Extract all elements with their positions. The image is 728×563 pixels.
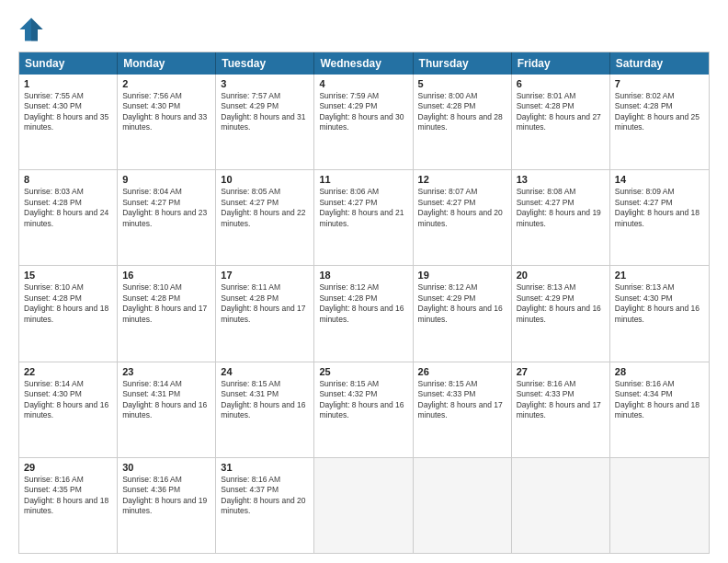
- calendar-cell: [314, 458, 413, 553]
- calendar-cell: 13Sunrise: 8:08 AMSunset: 4:27 PMDayligh…: [512, 170, 610, 265]
- calendar-cell: 9Sunrise: 8:04 AMSunset: 4:27 PMDaylight…: [118, 170, 216, 265]
- cell-info: Sunrise: 8:15 AMSunset: 4:31 PMDaylight:…: [221, 379, 309, 421]
- day-number: 16: [122, 270, 210, 281]
- day-number: 21: [615, 270, 704, 281]
- cell-info: Sunrise: 8:12 AMSunset: 4:29 PMDaylight:…: [418, 282, 506, 325]
- calendar-cell: [414, 458, 512, 553]
- day-of-week-header: Friday: [512, 52, 610, 75]
- calendar-cell: 11Sunrise: 8:06 AMSunset: 4:27 PMDayligh…: [314, 170, 413, 265]
- calendar-cell: 4Sunrise: 7:59 AMSunset: 4:29 PMDaylight…: [314, 75, 413, 169]
- day-number: 31: [221, 462, 309, 473]
- calendar-cell: 31Sunrise: 8:16 AMSunset: 4:37 PMDayligh…: [216, 458, 314, 553]
- calendar-cell: 16Sunrise: 8:10 AMSunset: 4:28 PMDayligh…: [118, 266, 216, 361]
- calendar-cell: 8Sunrise: 8:03 AMSunset: 4:28 PMDaylight…: [19, 170, 118, 265]
- day-number: 1: [24, 78, 112, 89]
- calendar-cell: 18Sunrise: 8:12 AMSunset: 4:28 PMDayligh…: [314, 266, 413, 361]
- day-number: 28: [615, 366, 704, 377]
- calendar: SundayMondayTuesdayWednesdayThursdayFrid…: [18, 52, 710, 554]
- day-number: 6: [517, 78, 605, 89]
- day-number: 17: [221, 270, 309, 281]
- calendar-cell: 29Sunrise: 8:16 AMSunset: 4:35 PMDayligh…: [19, 458, 118, 553]
- cell-info: Sunrise: 8:16 AMSunset: 4:34 PMDaylight:…: [615, 379, 704, 421]
- calendar-cell: 20Sunrise: 8:13 AMSunset: 4:29 PMDayligh…: [512, 266, 610, 361]
- cell-info: Sunrise: 8:15 AMSunset: 4:33 PMDaylight:…: [418, 379, 506, 421]
- day-of-week-header: Saturday: [610, 52, 709, 75]
- cell-info: Sunrise: 8:15 AMSunset: 4:32 PMDaylight:…: [319, 379, 407, 421]
- cell-info: Sunrise: 8:16 AMSunset: 4:33 PMDaylight:…: [517, 379, 605, 421]
- calendar-cell: 15Sunrise: 8:10 AMSunset: 4:28 PMDayligh…: [19, 266, 118, 361]
- day-number: 27: [517, 366, 605, 377]
- cell-info: Sunrise: 8:05 AMSunset: 4:27 PMDaylight:…: [221, 187, 309, 229]
- calendar-cell: 26Sunrise: 8:15 AMSunset: 4:33 PMDayligh…: [414, 362, 512, 457]
- cell-info: Sunrise: 7:59 AMSunset: 4:29 PMDaylight:…: [319, 91, 407, 133]
- day-number: 4: [319, 78, 407, 89]
- cell-info: Sunrise: 7:55 AMSunset: 4:30 PMDaylight:…: [24, 91, 112, 133]
- day-number: 19: [418, 270, 506, 281]
- calendar-cell: 27Sunrise: 8:16 AMSunset: 4:33 PMDayligh…: [512, 362, 610, 457]
- cell-info: Sunrise: 8:13 AMSunset: 4:29 PMDaylight:…: [517, 282, 605, 325]
- calendar-cell: 23Sunrise: 8:14 AMSunset: 4:31 PMDayligh…: [118, 362, 216, 457]
- calendar-cell: 7Sunrise: 8:02 AMSunset: 4:28 PMDaylight…: [610, 75, 709, 169]
- calendar-cell: 22Sunrise: 8:14 AMSunset: 4:30 PMDayligh…: [19, 362, 118, 457]
- page: SundayMondayTuesdayWednesdayThursdayFrid…: [0, 0, 728, 563]
- calendar-week-row: 29Sunrise: 8:16 AMSunset: 4:35 PMDayligh…: [19, 457, 709, 553]
- calendar-cell: 21Sunrise: 8:13 AMSunset: 4:30 PMDayligh…: [610, 266, 709, 361]
- calendar-cell: 3Sunrise: 7:57 AMSunset: 4:29 PMDaylight…: [216, 75, 314, 169]
- calendar-cell: 28Sunrise: 8:16 AMSunset: 4:34 PMDayligh…: [610, 362, 709, 457]
- header: [18, 17, 710, 42]
- cell-info: Sunrise: 8:08 AMSunset: 4:27 PMDaylight:…: [517, 187, 605, 229]
- calendar-week-row: 8Sunrise: 8:03 AMSunset: 4:28 PMDaylight…: [19, 169, 709, 265]
- calendar-week-row: 1Sunrise: 7:55 AMSunset: 4:30 PMDaylight…: [19, 75, 709, 169]
- calendar-cell: [610, 458, 709, 553]
- day-number: 15: [24, 270, 112, 281]
- cell-info: Sunrise: 8:07 AMSunset: 4:27 PMDaylight:…: [418, 187, 506, 229]
- cell-info: Sunrise: 8:02 AMSunset: 4:28 PMDaylight:…: [615, 91, 704, 133]
- day-number: 25: [319, 366, 407, 377]
- day-number: 14: [615, 174, 704, 185]
- day-number: 7: [615, 78, 704, 89]
- day-number: 29: [24, 462, 112, 473]
- day-of-week-header: Sunday: [19, 52, 118, 75]
- day-number: 2: [122, 78, 210, 89]
- calendar-week-row: 22Sunrise: 8:14 AMSunset: 4:30 PMDayligh…: [19, 362, 709, 457]
- logo-icon: [18, 17, 44, 42]
- cell-info: Sunrise: 8:00 AMSunset: 4:28 PMDaylight:…: [418, 91, 506, 133]
- day-number: 8: [24, 174, 112, 185]
- calendar-cell: 6Sunrise: 8:01 AMSunset: 4:28 PMDaylight…: [512, 75, 610, 169]
- calendar-cell: 25Sunrise: 8:15 AMSunset: 4:32 PMDayligh…: [314, 362, 413, 457]
- cell-info: Sunrise: 7:56 AMSunset: 4:30 PMDaylight:…: [122, 91, 210, 133]
- calendar-cell: 19Sunrise: 8:12 AMSunset: 4:29 PMDayligh…: [414, 266, 512, 361]
- cell-info: Sunrise: 8:10 AMSunset: 4:28 PMDaylight:…: [122, 282, 210, 325]
- cell-info: Sunrise: 8:04 AMSunset: 4:27 PMDaylight:…: [122, 187, 210, 229]
- day-number: 22: [24, 366, 112, 377]
- cell-info: Sunrise: 8:11 AMSunset: 4:28 PMDaylight:…: [221, 282, 309, 325]
- cell-info: Sunrise: 8:09 AMSunset: 4:27 PMDaylight:…: [615, 187, 704, 229]
- calendar-header: SundayMondayTuesdayWednesdayThursdayFrid…: [19, 52, 709, 75]
- day-of-week-header: Thursday: [414, 52, 512, 75]
- calendar-cell: 24Sunrise: 8:15 AMSunset: 4:31 PMDayligh…: [216, 362, 314, 457]
- logo: [18, 17, 48, 42]
- day-number: 9: [122, 174, 210, 185]
- cell-info: Sunrise: 8:03 AMSunset: 4:28 PMDaylight:…: [24, 187, 112, 229]
- cell-info: Sunrise: 8:16 AMSunset: 4:36 PMDaylight:…: [122, 475, 210, 517]
- calendar-cell: 17Sunrise: 8:11 AMSunset: 4:28 PMDayligh…: [216, 266, 314, 361]
- day-number: 26: [418, 366, 506, 377]
- day-of-week-header: Monday: [118, 52, 216, 75]
- cell-info: Sunrise: 7:57 AMSunset: 4:29 PMDaylight:…: [221, 91, 309, 133]
- cell-info: Sunrise: 8:14 AMSunset: 4:30 PMDaylight:…: [24, 379, 112, 421]
- calendar-cell: 12Sunrise: 8:07 AMSunset: 4:27 PMDayligh…: [414, 170, 512, 265]
- day-number: 12: [418, 174, 506, 185]
- calendar-cell: 30Sunrise: 8:16 AMSunset: 4:36 PMDayligh…: [118, 458, 216, 553]
- calendar-cell: [512, 458, 610, 553]
- day-of-week-header: Wednesday: [314, 52, 413, 75]
- calendar-week-row: 15Sunrise: 8:10 AMSunset: 4:28 PMDayligh…: [19, 265, 709, 361]
- calendar-cell: 1Sunrise: 7:55 AMSunset: 4:30 PMDaylight…: [19, 75, 118, 169]
- calendar-cell: 14Sunrise: 8:09 AMSunset: 4:27 PMDayligh…: [610, 170, 709, 265]
- cell-info: Sunrise: 8:01 AMSunset: 4:28 PMDaylight:…: [517, 91, 605, 133]
- cell-info: Sunrise: 8:13 AMSunset: 4:30 PMDaylight:…: [615, 282, 704, 325]
- svg-marker-1: [31, 17, 43, 40]
- day-of-week-header: Tuesday: [216, 52, 314, 75]
- day-number: 20: [517, 270, 605, 281]
- cell-info: Sunrise: 8:16 AMSunset: 4:37 PMDaylight:…: [221, 475, 309, 517]
- cell-info: Sunrise: 8:14 AMSunset: 4:31 PMDaylight:…: [122, 379, 210, 421]
